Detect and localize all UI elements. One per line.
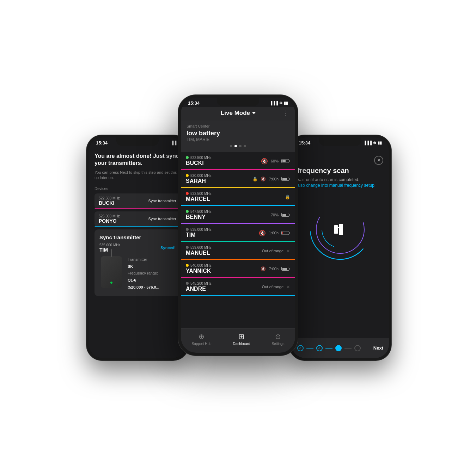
yannick-right: 🔇 7:00h — [261, 266, 290, 271]
yannick-accent — [181, 277, 295, 278]
sync-popup-title: Sync transmitter — [99, 234, 176, 240]
benny-battery-pct: 70% — [271, 213, 279, 217]
right-status-icons: ▐▐▐ ⊛ ▮▮ — [364, 141, 382, 145]
tab-dashboard-label: Dashboard — [233, 342, 250, 346]
right-phone: 15:34 ▐▐▐ ⊛ ▮▮ ✕ frequency scan wait unt… — [289, 135, 391, 360]
right-signal: ▐▐▐ — [364, 141, 372, 145]
bucki-battery-icon — [281, 159, 290, 163]
dot-1 — [230, 145, 232, 147]
device-row-yannick[interactable]: 540.000 MHz YANNICK 🔇 7:00h — [181, 260, 295, 278]
prog-step-1: ✓ — [297, 345, 304, 351]
tim-right: 🔇 1:00h — [259, 229, 290, 236]
tx-led — [110, 282, 112, 284]
andre-out-of-range: Out of range — [262, 285, 283, 289]
tim-battery-time: 1:00h — [269, 231, 279, 235]
dropdown-arrow-icon[interactable] — [252, 112, 256, 114]
device-row-andre[interactable]: 545.200 MHz ANDRE Out of range ✕ — [181, 278, 295, 296]
left-time: 15:34 — [96, 140, 108, 146]
prog-step-4 — [354, 345, 361, 351]
tim-battery-icon — [281, 231, 290, 235]
smart-center-banner: Smart Center low battery TIM, MARIE — [181, 121, 295, 152]
freq-scan-link[interactable]: also change into manual frequency setup. — [297, 183, 376, 188]
left-device-1[interactable]: 522.500 MHz BUCKI Sync transmitter — [94, 193, 181, 209]
transmitter-label: Transmitter — [128, 257, 147, 261]
device-row-bucki[interactable]: 522.500 MHz BUCKI 🔇 60% — [181, 152, 295, 170]
tx-antenna — [111, 249, 112, 257]
marcel-right: 🔒 — [285, 195, 290, 199]
device-row-tim[interactable]: 535.000 MHz TIM 🔇 1:00h — [181, 224, 295, 242]
tab-settings[interactable]: ⊙ Settings — [271, 332, 284, 346]
synced-label: Synced! — [160, 246, 176, 250]
freq-scan-sub: wait until auto scan is completed. also … — [297, 177, 383, 189]
smart-center-dots — [187, 145, 289, 147]
marcel-freq: 532.500 MHz — [186, 192, 290, 196]
bucki-right: 🔇 60% — [261, 158, 290, 164]
dot-3 — [239, 145, 242, 147]
right-wifi: ⊛ — [373, 141, 376, 145]
andre-right: Out of range ✕ — [262, 284, 290, 289]
kebab-menu-icon[interactable]: ⋮ — [283, 109, 289, 117]
bucki-mute-icon: 🔇 — [261, 158, 268, 164]
devices-label: Devices — [94, 186, 181, 191]
manuel-status-dot — [186, 246, 189, 249]
device-row-marcel[interactable]: 532.500 MHz MARCEL 🔒 — [181, 188, 295, 206]
tab-support-hub[interactable]: ⊕ Support Hub — [191, 332, 211, 346]
prog-line-3 — [344, 348, 352, 349]
sarah-battery-time: 7:00h — [269, 177, 279, 181]
smart-center-title: low battery — [187, 130, 289, 137]
left-content: You are almost done! Just sync your tran… — [89, 147, 186, 306]
prog-step-2: ✓ — [316, 345, 323, 351]
next-button[interactable]: Next — [373, 345, 383, 351]
device-row-manuel[interactable]: 539.600 MHz MANUEL Out of range ✕ — [181, 242, 295, 260]
yannick-mute-icon: 🔇 — [261, 266, 266, 271]
center-screen: 15:34 ▐▐▐ ⊛ ▮▮ Live Mode ⋮ — [181, 98, 295, 353]
freq-range-value: Q1-6 — [128, 278, 136, 282]
left-device-2[interactable]: 525.000 MHz PONYO Sync transmitter — [94, 211, 181, 227]
sarah-mute-icon: 🔇 — [261, 177, 266, 181]
transmitter-model: SK — [128, 264, 133, 269]
benny-status-dot — [186, 210, 189, 213]
freq-scan-content: frequency scan wait until auto scan is c… — [292, 147, 389, 275]
tab-dashboard[interactable]: ⊞ Dashboard — [233, 332, 250, 346]
bucki-status-dot — [186, 156, 189, 159]
battery-icon: ▮▮ — [284, 101, 288, 105]
device-row-sarah[interactable]: 530.000 MHz SARAH 🔒 🔇 7:00h — [181, 170, 295, 188]
device2-accent — [94, 226, 181, 227]
freq-scan-sub-text: wait until auto scan is completed. — [297, 177, 359, 182]
prog-dot-row: ✓ ✓ — [297, 345, 361, 351]
marcel-status-dot — [186, 192, 189, 195]
support-hub-icon: ⊕ — [199, 332, 205, 341]
popup-name: TIM — [99, 247, 120, 253]
left-sync-btn-2[interactable]: Sync transmitter — [148, 217, 176, 221]
freq-range-detail: (520.000 - 576.0... — [128, 285, 159, 289]
tx-graphic — [101, 256, 122, 288]
scene: 15:34 ▐▐▐ You are almost done! Just sync… — [0, 0, 476, 450]
bucki-accent — [181, 169, 295, 170]
close-button[interactable]: ✕ — [374, 156, 383, 165]
sarah-battery-icon — [281, 177, 290, 181]
left-sync-btn-1[interactable]: Sync transmitter — [148, 199, 176, 203]
bucki-battery-pct: 60% — [271, 159, 279, 163]
device-list: 522.500 MHz BUCKI 🔇 60% — [181, 152, 295, 318]
prog-line-2 — [325, 348, 332, 349]
dot-2 — [234, 145, 237, 147]
andre-status-dot — [186, 282, 189, 285]
tab-settings-label: Settings — [271, 342, 284, 346]
settings-icon: ⊙ — [275, 332, 281, 341]
sarah-status-dot — [186, 174, 189, 177]
dashboard-icon: ⊞ — [238, 332, 244, 341]
device-row-benny[interactable]: 547.500 MHz BENNY 70% — [181, 206, 295, 224]
right-notch — [319, 137, 361, 146]
manuel-accent — [181, 259, 295, 260]
progress-dots: ✓ ✓ Next — [292, 338, 389, 358]
prog-line-1 — [306, 348, 313, 349]
freq-range-label: Frequency range: — [128, 271, 158, 275]
left-device-1-name: BUCKI — [99, 200, 120, 206]
left-notch — [116, 137, 159, 146]
left-device-1-freq: 522.500 MHz — [99, 196, 120, 200]
yannick-status-dot — [186, 264, 189, 267]
wifi-icon: ⊛ — [279, 101, 282, 105]
center-notch — [217, 98, 259, 106]
prog-step-3 — [335, 345, 342, 351]
smart-center-sub: TIM, MARIE — [187, 137, 289, 142]
